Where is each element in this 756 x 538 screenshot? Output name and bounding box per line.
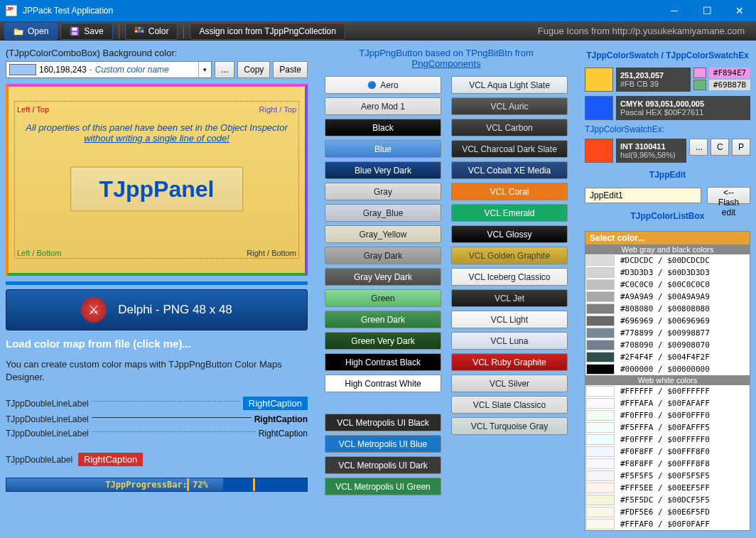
listbox-row[interactable]: #FFF5EE / $00EEF5FF <box>585 482 750 494</box>
close-button[interactable]: ✕ <box>723 0 756 21</box>
listbox-row[interactable]: #F0FFF0 / $00F0FFF0 <box>585 409 750 421</box>
png-button[interactable]: Gray Very Dark <box>325 268 441 286</box>
listbox-row[interactable]: #FDF5E6 / $00E6F5FD <box>585 506 750 518</box>
png-button[interactable]: VCL Metropolis UI Green <box>325 478 441 495</box>
png-button[interactable]: Gray Dark <box>325 247 441 264</box>
demo-panel: Left / Top Right / Top Left / Bottom Rig… <box>6 84 308 276</box>
png-button[interactable]: High Contrast Black <box>325 353 441 371</box>
listbox-row[interactable]: #D3D3D3 / $00D3D3D3 <box>585 267 750 279</box>
jpp-edit-input[interactable] <box>585 188 701 203</box>
svg-rect-2 <box>72 31 77 34</box>
corner-left-top: Left / Top <box>17 105 49 114</box>
svg-rect-3 <box>135 26 138 29</box>
listbox-row[interactable]: #778899 / $00998877 <box>585 327 750 339</box>
png-button[interactable]: VCL Metropolis UI Blue <box>325 435 441 453</box>
png-button[interactable]: VCL Jet <box>451 289 568 307</box>
listbox-row[interactable]: #A9A9A9 / $00A9A9A9 <box>585 291 750 303</box>
color-swatch-4[interactable] <box>585 96 613 120</box>
png-button[interactable]: 🔵Aero <box>325 76 441 94</box>
paste-button[interactable]: Paste <box>273 61 308 78</box>
png-button[interactable]: VCL Aqua Light Slate <box>451 76 568 94</box>
png-button[interactable]: VCL Glossy <box>451 225 568 243</box>
png-button[interactable]: VCL Metropolis UI Black <box>325 414 441 431</box>
listbox-group: Web white colors <box>585 375 750 385</box>
listbox-row[interactable]: #F5FFFA / $00FAFFF5 <box>585 421 750 434</box>
png-button[interactable]: VCL Ruby Graphite <box>451 353 568 371</box>
flash-edit-button[interactable]: <-- Flash edit <box>707 187 750 204</box>
listbox-row[interactable]: #708090 / $00908070 <box>585 339 750 351</box>
png-button[interactable]: Green Dark <box>325 311 441 328</box>
load-colormap-link[interactable]: Load color map from file (click me)... <box>6 338 308 350</box>
maximize-button[interactable]: ☐ <box>691 0 723 21</box>
listbox-row[interactable]: #000000 / $00000000 <box>585 363 750 375</box>
listbox-row[interactable]: #C0C0C0 / $00C0C0C0 <box>585 279 750 291</box>
delphi-button[interactable]: ⚔ Delphi - PNG 48 x 48 <box>6 289 308 330</box>
chevron-down-icon[interactable]: ▾ <box>198 62 211 77</box>
color-swatch-ex[interactable] <box>585 139 613 163</box>
listbox-row[interactable]: #FFFAF0 / $00F0FAFF <box>585 518 750 530</box>
png-button[interactable]: Blue Very Dark <box>325 161 441 179</box>
color-swatch-1[interactable] <box>585 68 613 92</box>
png-button[interactable]: Green Very Dark <box>325 332 441 350</box>
listbox-row[interactable]: #F5F5DC / $00DCF5F5 <box>585 494 750 506</box>
png-button[interactable]: Gray_Yellow <box>325 225 441 243</box>
png-button[interactable]: VCL Luna <box>451 332 568 350</box>
png-button[interactable]: Gray <box>325 183 441 200</box>
png-button[interactable]: VCL Charcoal Dark Slate <box>451 140 568 158</box>
color-button[interactable]: Color <box>125 23 178 40</box>
png-button[interactable]: VCL Carbon <box>451 119 568 136</box>
listbox-selected[interactable]: Select color... <box>585 232 750 244</box>
minimize-button[interactable]: ─ <box>658 0 691 21</box>
copy-button[interactable]: Copy <box>237 61 270 78</box>
png-button[interactable]: VCL Auric <box>451 97 568 115</box>
png-button[interactable]: VCL Coral <box>451 183 568 200</box>
listbox-row[interactable]: #FFFAFA / $00FAFAFF <box>585 397 750 409</box>
corner-right-bottom: Right / Bottom <box>247 249 296 257</box>
png-button[interactable]: VCL Metropolis UI Dark <box>325 456 441 474</box>
png-button[interactable]: VCL Slate Classico <box>451 396 568 414</box>
swatch-p-button[interactable]: P <box>732 139 750 156</box>
color-swatch-2[interactable] <box>693 68 706 78</box>
color-listbox[interactable]: Select color... Web gray and black color… <box>585 231 750 531</box>
png-button[interactable]: Gray_Blue <box>325 204 441 222</box>
save-button[interactable]: Save <box>60 23 112 40</box>
svg-rect-7 <box>138 30 141 33</box>
svg-rect-8 <box>141 30 144 33</box>
open-button[interactable]: Open <box>4 23 58 40</box>
swatch-dots-button[interactable]: ... <box>689 139 708 156</box>
corner-right-top: Right / Top <box>259 105 296 114</box>
png-button-header: TJppPngButton based on TPngBitBtn fromPn… <box>359 48 533 69</box>
color-swatch-3[interactable] <box>693 80 706 90</box>
window-title: JPPack Test Application <box>23 6 113 16</box>
delphi-icon: ⚔ <box>81 297 107 323</box>
svg-rect-1 <box>72 27 77 30</box>
png-button[interactable]: Black <box>325 119 441 136</box>
png-button[interactable]: High Contrast White <box>325 375 441 392</box>
listbox-row[interactable]: #DCDCDC / $00DCDCDC <box>585 254 750 267</box>
png-button[interactable]: VCL Iceberg Classico <box>451 268 568 286</box>
listbox-row[interactable]: #F5F5F5 / $00F5F5F5 <box>585 470 750 482</box>
png-button[interactable]: VCL Light <box>451 311 568 328</box>
listbox-row[interactable]: #696969 / $00696969 <box>585 315 750 327</box>
dots-button[interactable]: ... <box>215 61 234 78</box>
png-button[interactable]: Aero Mod 1 <box>325 97 441 115</box>
listbox-row[interactable]: #F0F8FF / $00FFF8F0 <box>585 446 750 458</box>
assign-icon-button[interactable]: Assign icon from TJppPngCollection <box>190 23 345 40</box>
png-button[interactable]: VCL Silver <box>451 375 568 392</box>
progress-bar: TJppProgressBar: 72% <box>6 478 308 492</box>
right-caption-badge: RightCaption <box>243 397 308 410</box>
png-button[interactable]: VCL Emerald <box>451 204 568 222</box>
png-button[interactable]: Blue <box>325 140 441 158</box>
png-button[interactable]: VCL Golden Graphite <box>451 247 568 264</box>
listbox-row[interactable]: #808080 / $00808080 <box>585 303 750 315</box>
listbox-row[interactable]: #F0FFFF / $00FFFFF0 <box>585 434 750 446</box>
png-button[interactable]: Green <box>325 289 441 307</box>
listbox-row[interactable]: #F8F8FF / $00FFF8F8 <box>585 458 750 470</box>
listbox-row[interactable]: #2F4F4F / $004F4F2F <box>585 351 750 363</box>
swatch-c-button[interactable]: C <box>711 139 729 156</box>
png-button[interactable]: VCL Turquoise Gray <box>451 417 568 435</box>
color-combobox[interactable]: 160,198,243 - Custom color name ▾ <box>6 61 212 78</box>
listbox-row[interactable]: #FFFFFF / $00FFFFFF <box>585 385 750 397</box>
svg-rect-6 <box>135 30 138 33</box>
png-button[interactable]: VCL Cobalt XE Media <box>451 161 568 179</box>
